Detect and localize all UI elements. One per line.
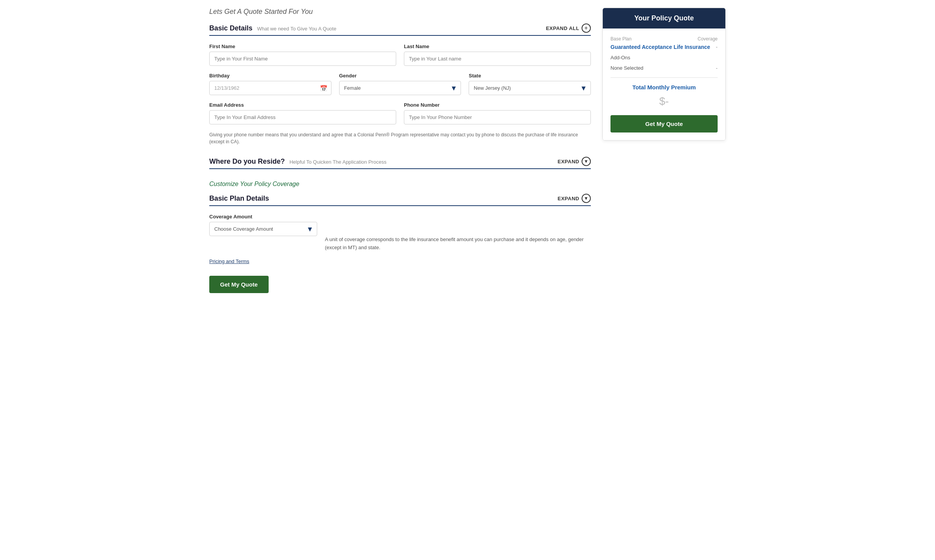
state-group: State New Jersey (NJ) New York (NY) Cali…: [469, 73, 591, 95]
basic-plan-expand-button[interactable]: EXPAND ▼: [558, 194, 591, 203]
pricing-terms-link[interactable]: Pricing and Terms: [209, 258, 249, 264]
gender-group: Gender Female Male ▼: [339, 73, 461, 95]
coverage-select-group: Choose Coverage Amount ▼: [209, 222, 317, 236]
basic-details-section: Basic Details What we need To Give You A…: [209, 23, 591, 145]
where-reside-title: Where Do you Reside?: [209, 158, 285, 165]
where-reside-chevron-icon: ▼: [582, 157, 591, 166]
gender-select-wrapper: Female Male ▼: [339, 81, 461, 95]
none-selected-label: None Selected: [610, 65, 643, 71]
calendar-icon: 📅: [320, 84, 328, 92]
coverage-amount-label: Coverage Amount: [209, 214, 591, 220]
add-ons-label: Add-Ons: [610, 55, 630, 60]
last-name-group: Last Name: [404, 44, 591, 66]
where-reside-expand-label: EXPAND: [558, 159, 579, 164]
quote-panel-header: Your Policy Quote: [603, 8, 725, 29]
coverage-row: Choose Coverage Amount ▼ A unit of cover…: [209, 222, 591, 252]
expand-all-button[interactable]: EXPAND ALL +: [546, 23, 591, 33]
add-ons-row: Add-Ons: [610, 55, 718, 62]
where-reside-expand-button[interactable]: EXPAND ▼: [558, 157, 591, 166]
basic-plan-section: Basic Plan Details EXPAND ▼ Coverage Amo…: [209, 194, 591, 293]
name-row: First Name Last Name: [209, 44, 591, 66]
phone-group: Phone Number: [404, 102, 591, 124]
where-reside-divider: [209, 168, 591, 169]
email-label: Email Address: [209, 102, 396, 108]
none-selected-row: None Selected -: [610, 65, 718, 71]
birthday-input-wrapper: 📅: [209, 81, 331, 95]
none-selected-dash: -: [716, 65, 718, 71]
gender-select[interactable]: Female Male: [339, 81, 461, 95]
coverage-select-wrapper: Choose Coverage Amount ▼: [209, 222, 317, 236]
state-select-wrapper: New Jersey (NJ) New York (NY) California…: [469, 81, 591, 95]
coverage-select[interactable]: Choose Coverage Amount: [209, 222, 317, 236]
email-phone-row: Email Address Phone Number: [209, 102, 591, 124]
basic-plan-divider: [209, 205, 591, 206]
basic-plan-title: Basic Plan Details: [209, 194, 269, 203]
phone-input[interactable]: [404, 110, 591, 124]
basic-details-divider: [209, 35, 591, 36]
first-name-label: First Name: [209, 44, 396, 49]
birthday-input[interactable]: [209, 81, 331, 95]
where-reside-header: Where Do you Reside? Helpful To Quicken …: [209, 157, 591, 166]
plan-name: Guaranteed Acceptance Life Insurance: [610, 44, 710, 50]
page-heading: Lets Get A Quote Started For You: [209, 8, 591, 16]
quote-panel: Your Policy Quote Base Plan Coverage Gua…: [602, 8, 726, 141]
quote-amount: $-: [610, 95, 718, 107]
where-reside-subtitle: Helpful To Quicken The Application Proce…: [289, 159, 387, 165]
last-name-input[interactable]: [404, 52, 591, 66]
phone-disclaimer: Giving your phone number means that you …: [209, 131, 591, 145]
coverage-info-text: A unit of coverage corresponds to the li…: [325, 222, 591, 252]
first-name-group: First Name: [209, 44, 396, 66]
expand-all-label: EXPAND ALL: [546, 25, 579, 31]
coverage-col-label: Coverage: [698, 36, 718, 42]
plan-coverage-dash: -: [716, 44, 718, 50]
basic-details-subtitle: What we need To Give You A Quote: [257, 26, 336, 32]
sidebar: Your Policy Quote Base Plan Coverage Gua…: [602, 8, 726, 305]
basic-plan-header: Basic Plan Details EXPAND ▼: [209, 194, 591, 203]
basic-plan-expand-label: EXPAND: [558, 196, 579, 201]
customize-heading: Customize Your Policy Coverage: [209, 181, 591, 188]
expand-all-icon: +: [582, 23, 591, 33]
birthday-label: Birthday: [209, 73, 331, 79]
quote-divider: [610, 77, 718, 78]
total-monthly-label: Total Monthly Premium: [610, 84, 718, 91]
plan-name-row: Guaranteed Acceptance Life Insurance -: [610, 44, 718, 52]
birthday-group: Birthday 📅: [209, 73, 331, 95]
where-reside-section: Where Do you Reside? Helpful To Quicken …: [209, 157, 591, 169]
basic-plan-chevron-icon: ▼: [582, 194, 591, 203]
state-select[interactable]: New Jersey (NJ) New York (NY) California…: [469, 81, 591, 95]
basic-details-title: Basic Details: [209, 24, 252, 32]
quote-panel-body: Base Plan Coverage Guaranteed Acceptance…: [603, 29, 725, 140]
first-name-input[interactable]: [209, 52, 396, 66]
coverage-amount-group: Coverage Amount Choose Coverage Amount ▼…: [209, 214, 591, 258]
email-input[interactable]: [209, 110, 396, 124]
last-name-label: Last Name: [404, 44, 591, 49]
base-plan-row: Base Plan Coverage: [610, 36, 718, 42]
base-plan-label: Base Plan: [610, 36, 632, 42]
get-quote-bottom-button[interactable]: Get My Quote: [209, 276, 269, 293]
basic-details-title-group: Basic Details What we need To Give You A…: [209, 24, 336, 32]
state-label: State: [469, 73, 591, 79]
where-reside-title-group: Where Do you Reside? Helpful To Quicken …: [209, 158, 387, 166]
email-group: Email Address: [209, 102, 396, 124]
get-quote-sidebar-button[interactable]: Get My Quote: [610, 115, 718, 132]
gender-label: Gender: [339, 73, 461, 79]
basic-details-header: Basic Details What we need To Give You A…: [209, 23, 591, 33]
birthday-gender-state-row: Birthday 📅 Gender Female Male ▼: [209, 73, 591, 95]
phone-label: Phone Number: [404, 102, 591, 108]
